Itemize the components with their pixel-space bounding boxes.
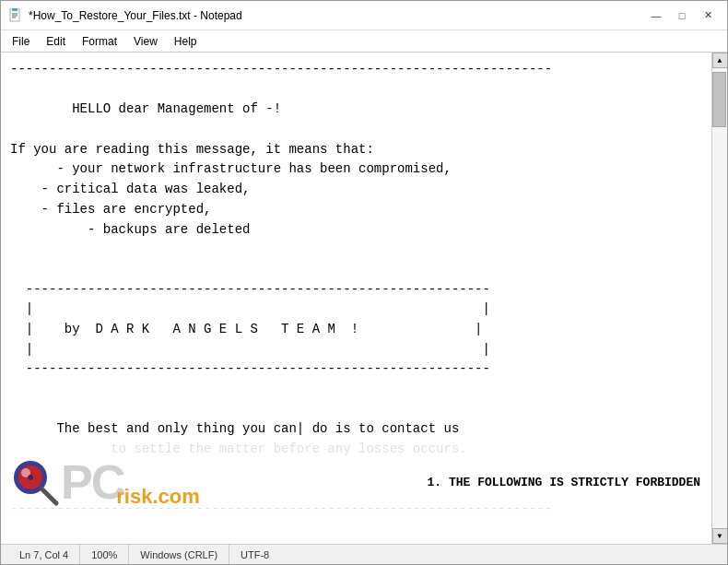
status-zoom: 100% <box>80 545 129 564</box>
status-position: Ln 7, Col 4 <box>8 545 80 564</box>
window-title: *How_To_Restore_Your_Files.txt - Notepad <box>29 9 242 22</box>
menu-format[interactable]: Format <box>75 33 124 50</box>
editor-content[interactable]: ----------------------------------------… <box>1 53 711 544</box>
editor-wrapper: ----------------------------------------… <box>1 53 727 544</box>
menu-view[interactable]: View <box>126 33 165 50</box>
menu-edit[interactable]: Edit <box>39 33 73 50</box>
menu-help[interactable]: Help <box>167 33 205 50</box>
scrollbar[interactable]: ▲ ▼ <box>711 53 727 544</box>
scroll-down-button[interactable]: ▼ <box>712 528 728 544</box>
scroll-up-button[interactable]: ▲ <box>712 53 728 68</box>
text-content[interactable]: ----------------------------------------… <box>1 53 711 544</box>
scroll-track[interactable] <box>712 68 727 528</box>
svg-rect-1 <box>12 8 18 11</box>
title-bar-left: *How_To_Restore_Your_Files.txt - Notepad <box>8 8 242 23</box>
scroll-thumb[interactable] <box>712 72 726 127</box>
menu-file[interactable]: File <box>5 33 37 50</box>
close-button[interactable]: ✕ <box>696 6 720 25</box>
menu-bar: File Edit Format View Help <box>1 30 727 53</box>
status-encoding: UTF-8 <box>229 545 280 564</box>
status-bar: Ln 7, Col 4 100% Windows (CRLF) UTF-8 <box>1 544 727 564</box>
maximize-button[interactable]: □ <box>670 6 694 25</box>
status-line-endings: Windows (CRLF) <box>129 545 229 564</box>
window-controls: — □ ✕ <box>644 6 720 25</box>
notepad-icon <box>8 8 23 23</box>
notepad-window: *How_To_Restore_Your_Files.txt - Notepad… <box>0 0 728 565</box>
title-bar: *How_To_Restore_Your_Files.txt - Notepad… <box>1 1 727 30</box>
minimize-button[interactable]: — <box>644 6 668 25</box>
